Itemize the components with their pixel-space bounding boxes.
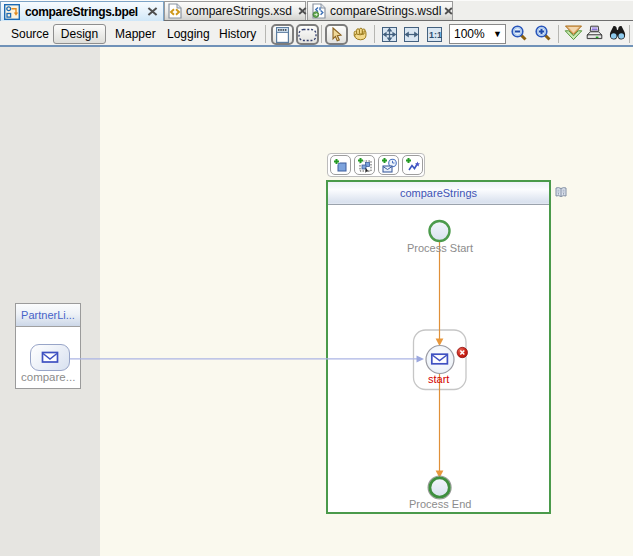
svg-text:1:1: 1:1 (429, 30, 442, 40)
